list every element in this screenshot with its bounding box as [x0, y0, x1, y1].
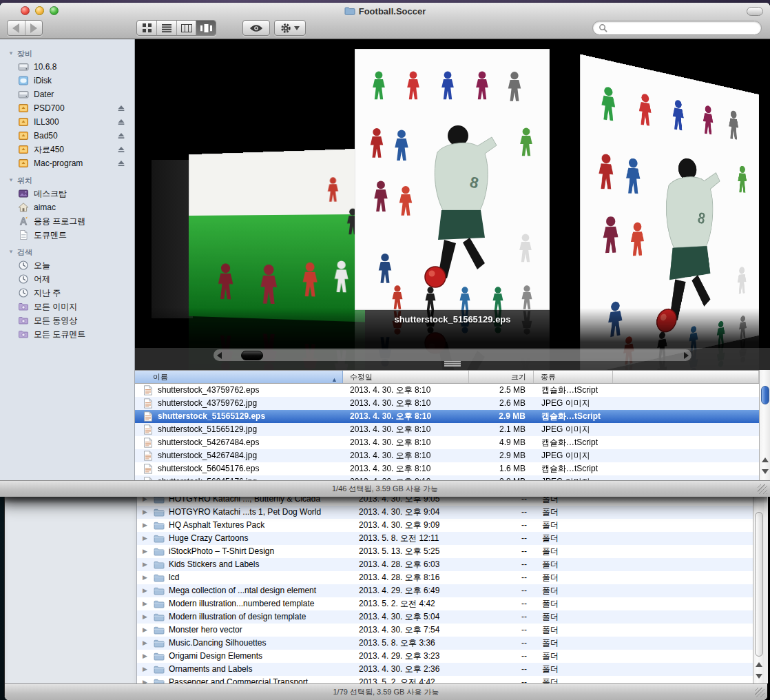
sidebar-item-iDisk[interactable]: iDisk: [0, 74, 134, 88]
column-view-button[interactable]: [176, 21, 196, 35]
eject-icon[interactable]: [116, 103, 126, 113]
file-row[interactable]: shutterstock_56045176.eps2013. 4. 30. 오후…: [135, 462, 759, 475]
disclosure-right-icon[interactable]: ▶: [143, 663, 149, 676]
disclosure-right-icon[interactable]: ▶: [143, 497, 149, 506]
coverflow-item-left[interactable]: [189, 149, 365, 322]
disclosure-right-icon[interactable]: ▶: [143, 624, 149, 637]
file-row[interactable]: shutterstock_54267484.eps2013. 4. 30. 오후…: [135, 436, 759, 449]
coverflow-scrollbar-thumb[interactable]: [241, 351, 263, 360]
forward-button[interactable]: [25, 21, 42, 35]
folder-row[interactable]: ▶Music.Dancing Silhouettes2013. 5. 8. 오후…: [137, 637, 753, 650]
file-row[interactable]: shutterstock_51565129.jpg2013. 4. 30. 오후…: [135, 423, 759, 436]
sidebar-item-모든 도큐멘트[interactable]: 모든 도큐멘트: [0, 327, 134, 341]
eject-icon[interactable]: [116, 145, 126, 154]
toolbar-toggle-button[interactable]: [747, 7, 763, 16]
quick-look-button[interactable]: [242, 20, 270, 36]
coverflow-item-far-left[interactable]: [152, 160, 193, 318]
disclosure-right-icon[interactable]: ▶: [143, 676, 149, 683]
sidebar-item-모든 이미지[interactable]: 모든 이미지: [0, 300, 134, 313]
folder-row[interactable]: ▶Kids Stickers and Labels2013. 4. 28. 오후…: [137, 558, 753, 571]
finder-window-front[interactable]: Football.Soccer: [0, 3, 770, 497]
coverflow-view-button[interactable]: [196, 21, 216, 35]
folder-row[interactable]: ▶Modern illustration...numbered template…: [137, 597, 753, 610]
folder-row[interactable]: ▶HQ Asphalt Textures Pack2013. 4. 30. 오후…: [137, 519, 753, 532]
file-row[interactable]: shutterstock_43759762.eps2013. 4. 30. 오후…: [135, 384, 759, 397]
folder-row[interactable]: ▶Mega collection of ...ntal design eleme…: [137, 584, 753, 597]
scroll-up-button[interactable]: [753, 659, 764, 670]
file-row[interactable]: shutterstock_43759762.jpg2013. 4. 30. 오후…: [135, 397, 759, 410]
sidebar-item-응용 프로그램[interactable]: 응용 프로그램: [0, 214, 134, 228]
action-menu-button[interactable]: [274, 20, 306, 36]
disclosure-right-icon[interactable]: ▶: [143, 597, 149, 610]
disclosure-right-icon[interactable]: ▶: [143, 558, 149, 571]
eject-icon[interactable]: [116, 158, 126, 168]
back-scrollbar-thumb[interactable]: [755, 512, 763, 657]
column-header-name[interactable]: 이름 ▲: [135, 371, 343, 383]
folder-row[interactable]: ▶Ornaments and Labels2013. 4. 30. 오후 2:3…: [137, 663, 753, 676]
disclosure-right-icon[interactable]: ▶: [143, 506, 149, 519]
disclosure-right-icon[interactable]: ▶: [143, 610, 149, 624]
sidebar-item-10.6.8[interactable]: 10.6.8: [0, 60, 134, 74]
disclosure-right-icon[interactable]: ▶: [143, 584, 149, 597]
sidebar-item-Dater[interactable]: Dater: [0, 88, 134, 101]
sidebar-section-header[interactable]: ▼검색: [0, 246, 134, 258]
disclosure-right-icon[interactable]: ▶: [143, 637, 149, 650]
resize-grip-icon[interactable]: [755, 688, 764, 697]
sidebar-section-header[interactable]: ▼위치: [0, 174, 134, 187]
folder-row[interactable]: ▶iStockPhoto – T-Shirt Design2013. 5. 13…: [137, 545, 753, 558]
sidebar-item-오늘[interactable]: 오늘: [0, 258, 134, 272]
sidebar-item-PSD700[interactable]: PSD700: [0, 101, 134, 115]
coverflow-item-selected[interactable]: [355, 49, 550, 310]
back-button[interactable]: [8, 21, 25, 35]
coverflow-scroll-left-button[interactable]: [214, 352, 225, 359]
back-scrollbar[interactable]: [753, 497, 764, 683]
column-header-size[interactable]: 크기: [469, 371, 534, 383]
scroll-down-button[interactable]: [760, 466, 770, 477]
coverflow-resize-handle-icon[interactable]: [444, 361, 461, 367]
scroll-up-button[interactable]: [760, 454, 770, 466]
sidebar-item-데스크탑[interactable]: 데스크탑: [0, 187, 134, 200]
scroll-down-button[interactable]: [753, 670, 764, 682]
folder-row[interactable]: ▶HOTGYRO Katachi ..., Butterfly & Cicada…: [137, 497, 753, 506]
sidebar-item-aimac[interactable]: aimac: [0, 200, 134, 214]
sidebar-section-header[interactable]: ▼장비: [0, 48, 134, 60]
icon-view-button[interactable]: [137, 21, 156, 35]
search-field[interactable]: [592, 21, 762, 35]
file-row[interactable]: shutterstock_54267484.jpg2013. 4. 30. 오후…: [135, 449, 759, 462]
coverflow-scrollbar[interactable]: [214, 349, 691, 361]
coverflow-scroll-right-button[interactable]: [680, 352, 691, 359]
sidebar-item-ILL300[interactable]: ILL300: [0, 115, 134, 129]
coverflow-area[interactable]: shutterstock_51565129.eps: [135, 39, 770, 370]
finder-window-back[interactable]: ▶HOTGYRO Katachi ..., Butterfly & Cicada…: [4, 497, 767, 700]
folder-row[interactable]: ▶Passenger and Commercial Transport2013.…: [137, 676, 753, 683]
file-list-scrollbar[interactable]: [759, 370, 770, 483]
file-row[interactable]: shutterstock_51565129.eps2013. 4. 30. 오후…: [135, 410, 759, 423]
disclosure-right-icon[interactable]: ▶: [143, 519, 149, 532]
folder-row[interactable]: ▶HOTGYRO Katachi ...ts 1, Pet Dog World2…: [137, 506, 753, 519]
sidebar-item-Bad50[interactable]: Bad50: [0, 129, 134, 143]
folder-row[interactable]: ▶Huge Crazy Cartoons2013. 5. 8. 오전 12:11…: [137, 532, 753, 545]
sidebar-item-자료450[interactable]: 자료450: [0, 143, 134, 156]
folder-row[interactable]: ▶Monster hero vector2013. 4. 30. 오후 7:54…: [137, 624, 753, 637]
disclosure-right-icon[interactable]: ▶: [143, 650, 149, 663]
column-header-kind[interactable]: 종류: [534, 371, 613, 383]
eject-icon[interactable]: [116, 131, 126, 141]
sidebar-item-모든 동영상[interactable]: 모든 동영상: [0, 313, 134, 327]
disclosure-right-icon[interactable]: ▶: [143, 571, 149, 584]
disclosure-right-icon[interactable]: ▶: [143, 545, 149, 558]
eject-icon[interactable]: [116, 117, 126, 127]
search-input[interactable]: [611, 23, 756, 33]
disclosure-right-icon[interactable]: ▶: [143, 532, 149, 545]
folder-row[interactable]: ▶Origami Design Elements2013. 4. 29. 오후 …: [137, 650, 753, 663]
list-view-button[interactable]: [156, 21, 176, 35]
folder-row[interactable]: ▶lcd2013. 4. 28. 오후 8:16--폴더: [137, 571, 753, 584]
window-chrome[interactable]: Football.Soccer: [0, 3, 770, 39]
column-header-date[interactable]: 수정일: [343, 371, 469, 383]
sidebar-item-어제[interactable]: 어제: [0, 272, 134, 286]
file-list-scrollbar-thumb[interactable]: [761, 386, 769, 404]
sidebar-item-지난 주[interactable]: 지난 주: [0, 286, 134, 300]
resize-grip-icon[interactable]: [758, 484, 767, 494]
sidebar-item-Mac-program[interactable]: Mac-program: [0, 156, 134, 170]
folder-row[interactable]: ▶Modern illustration of design template2…: [137, 610, 753, 624]
sidebar-item-도큐멘트[interactable]: 도큐멘트: [0, 228, 134, 242]
